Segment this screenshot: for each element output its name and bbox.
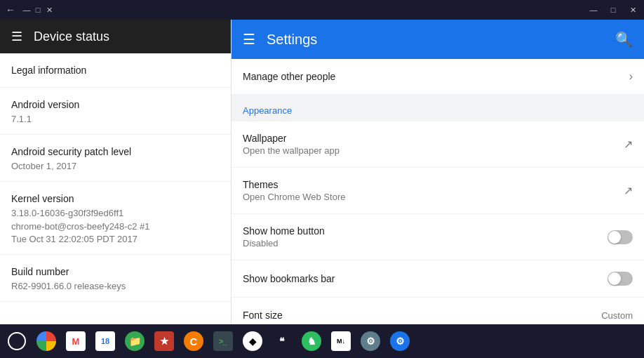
launcher-circle-icon xyxy=(8,332,26,350)
settings-search-icon[interactable]: 🔍 xyxy=(615,31,633,48)
wallpaper-external-icon: ↗ xyxy=(624,138,633,151)
themes-sub: Open Chrome Web Store xyxy=(243,192,345,202)
left-menu-icon[interactable]: ☰ xyxy=(11,29,22,44)
close-button[interactable]: ✕ xyxy=(43,4,55,15)
font-size-title: Font size xyxy=(243,310,283,321)
settings-gray-taskbar-button[interactable]: ⚙ xyxy=(356,327,384,355)
quotes-app-icon: ❝ xyxy=(272,331,292,351)
right-close-button[interactable]: ✕ xyxy=(627,4,638,15)
window-chrome-left: ← — □ ✕ xyxy=(0,4,232,15)
back-button[interactable]: ← xyxy=(6,4,15,15)
kernel-version-value: 3.18.0-16036-g30f3f9ed6ff1 chrome-bot@cr… xyxy=(11,207,220,246)
taskbar: M 18 📁 ★ C >_ ◆ ❝ ♞ M↓ ⚙ ⚙ xyxy=(0,324,644,358)
keep-app-icon: ★ xyxy=(154,331,174,351)
show-home-button-sub: Disabled xyxy=(243,238,325,248)
android-version-label: Android version xyxy=(11,99,220,110)
appearance-card: Wallpaper Open the wallpaper app ↗ Theme… xyxy=(232,121,644,324)
markdown-app-icon: M↓ xyxy=(331,331,351,351)
settings-header: ☰ Settings 🔍 xyxy=(232,20,644,59)
wallpaper-sub: Open the wallpaper app xyxy=(243,145,340,156)
ccleaner-app-icon: C xyxy=(184,331,203,351)
kernel-version-row: Kernel version 3.18.0-16036-g30f3f9ed6ff… xyxy=(0,182,231,255)
legal-info-row[interactable]: Legal information xyxy=(0,53,231,88)
show-home-button-toggle[interactable] xyxy=(608,230,633,244)
evernote-taskbar-button[interactable]: ♞ xyxy=(297,327,326,355)
minimize-button[interactable]: — xyxy=(21,4,32,15)
files-app-icon: 📁 xyxy=(125,331,145,351)
files-taskbar-button[interactable]: 📁 xyxy=(121,327,149,355)
themes-external-icon: ↗ xyxy=(624,184,633,197)
left-panel-title: Device status xyxy=(34,29,109,44)
codepen-taskbar-button[interactable]: ◆ xyxy=(239,327,267,355)
window-chrome-right: — □ ✕ xyxy=(232,4,644,15)
show-bookmarks-bar-text: Show bookmarks bar xyxy=(243,273,335,284)
ccleaner-taskbar-button[interactable]: C xyxy=(180,327,208,355)
android-version-row: Android version 7.1.1 xyxy=(0,88,231,135)
codepen-app-icon: ◆ xyxy=(243,331,262,351)
keep-taskbar-button[interactable]: ★ xyxy=(150,327,178,355)
themes-title: Themes xyxy=(243,179,345,190)
settings-content: Manage other people › Appearance Wallpap… xyxy=(232,59,644,324)
build-number-label: Build number xyxy=(11,266,220,277)
gmail-app-icon: M xyxy=(66,331,86,351)
build-number-value: R62-9901.66.0 release-keys xyxy=(11,280,220,293)
security-patch-row: Android security patch level October 1, … xyxy=(0,135,231,182)
wallpaper-item[interactable]: Wallpaper Open the wallpaper app ↗ xyxy=(232,121,644,168)
legal-info-label: Legal information xyxy=(11,65,220,76)
show-bookmarks-bar-item[interactable]: Show bookmarks bar xyxy=(232,260,644,298)
appearance-section-header: Appearance xyxy=(232,94,644,121)
settings-menu-icon[interactable]: ☰ xyxy=(243,31,255,48)
left-header: ☰ Device status xyxy=(0,20,231,53)
android-version-value: 7.1.1 xyxy=(11,113,220,126)
themes-text: Themes Open Chrome Web Store xyxy=(243,179,345,202)
terminal-taskbar-button[interactable]: >_ xyxy=(209,327,237,355)
right-panel: ☰ Settings 🔍 Manage other people › Appea… xyxy=(232,20,644,324)
font-size-item[interactable]: Font size Custom xyxy=(232,298,644,324)
chrome-app-icon xyxy=(36,331,56,351)
font-size-value: Custom xyxy=(601,310,633,321)
left-content: Legal information Android version 7.1.1 … xyxy=(0,53,231,302)
manage-other-people-title: Manage other people xyxy=(243,71,335,82)
themes-item[interactable]: Themes Open Chrome Web Store ↗ xyxy=(232,168,644,214)
quotes-taskbar-button[interactable]: ❝ xyxy=(268,327,296,355)
manage-other-people-text: Manage other people xyxy=(243,71,335,82)
right-maximize-button[interactable]: □ xyxy=(608,4,619,15)
main-area: ☰ Device status Legal information Androi… xyxy=(0,20,644,324)
calendar-app-icon: 18 xyxy=(95,331,115,351)
security-patch-label: Android security patch level xyxy=(11,146,220,157)
show-bookmarks-bar-title: Show bookmarks bar xyxy=(243,273,335,284)
gmail-taskbar-button[interactable]: M xyxy=(62,327,90,355)
settings-title: Settings xyxy=(267,32,317,48)
launcher-button[interactable] xyxy=(3,327,31,355)
terminal-app-icon: >_ xyxy=(213,331,233,351)
calendar-taskbar-button[interactable]: 18 xyxy=(91,327,119,355)
manage-people-chevron: › xyxy=(629,70,633,83)
manage-people-card: Manage other people › xyxy=(232,59,644,94)
show-bookmarks-bar-toggle[interactable] xyxy=(608,272,633,286)
right-minimize-button[interactable]: — xyxy=(588,4,599,15)
show-home-button-text: Show home button Disabled xyxy=(243,225,325,248)
show-home-button-title: Show home button xyxy=(243,225,325,237)
font-size-text: Font size xyxy=(243,310,283,321)
left-panel: ☰ Device status Legal information Androi… xyxy=(0,20,232,324)
settings-blue-app-icon: ⚙ xyxy=(390,331,410,351)
wallpaper-text: Wallpaper Open the wallpaper app xyxy=(243,133,340,156)
kernel-version-label: Kernel version xyxy=(11,193,220,204)
window-chrome: ← — □ ✕ — □ ✕ xyxy=(0,0,644,20)
settings-blue-taskbar-button[interactable]: ⚙ xyxy=(386,327,414,355)
manage-other-people-item[interactable]: Manage other people › xyxy=(232,59,644,94)
chrome-taskbar-button[interactable] xyxy=(32,327,60,355)
settings-header-left: ☰ Settings xyxy=(243,31,317,48)
build-number-row: Build number R62-9901.66.0 release-keys xyxy=(0,255,231,302)
markdown-taskbar-button[interactable]: M↓ xyxy=(327,327,355,355)
wallpaper-title: Wallpaper xyxy=(243,133,340,144)
evernote-app-icon: ♞ xyxy=(302,331,321,351)
security-patch-value: October 1, 2017 xyxy=(11,160,220,173)
show-home-button-item[interactable]: Show home button Disabled xyxy=(232,214,644,260)
settings-gray-app-icon: ⚙ xyxy=(361,331,380,351)
maximize-button[interactable]: □ xyxy=(32,4,43,15)
